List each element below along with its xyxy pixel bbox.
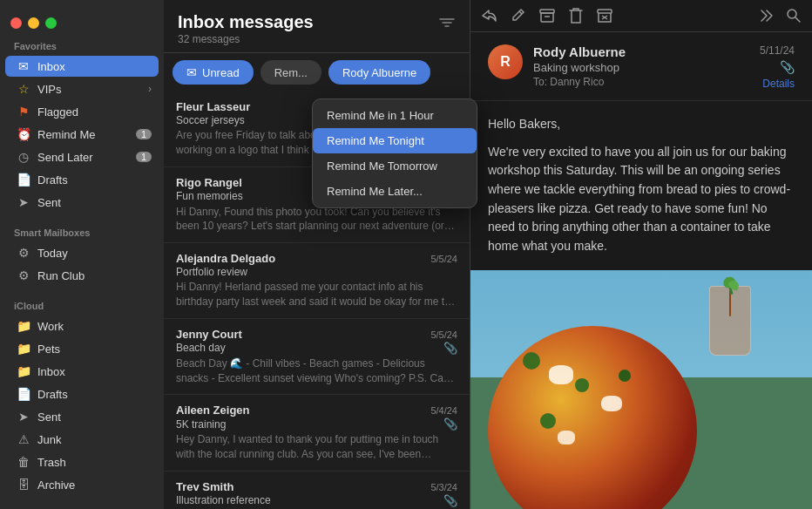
detail-actions: 5/11/24 📎 Details — [760, 44, 795, 90]
minimize-button[interactable] — [28, 17, 39, 29]
sidebar-item-inbox[interactable]: ✉ Inbox — [5, 56, 159, 77]
sidebar-item-icloud-sent[interactable]: ➤ Sent — [5, 406, 159, 427]
chip-rody[interactable]: Rody Albuerne — [328, 60, 430, 85]
sidebar-item-label: Inbox — [37, 365, 152, 378]
sidebar-item-send-later[interactable]: ◷ Send Later 1 — [5, 146, 159, 167]
inbox-icon: ✉ — [16, 58, 31, 74]
sidebar-item-label: Archive — [37, 478, 152, 492]
chip-rody-label: Rody Albuerne — [342, 66, 416, 79]
close-button[interactable] — [10, 17, 22, 29]
filter-chips: ✉ Unread Rem... Rody Albuerne Remind Me … — [164, 53, 470, 92]
msg-preview: Hi Danny! Herland passed me your contact… — [176, 280, 457, 309]
mozz3 — [558, 431, 575, 445]
more-button[interactable] — [756, 9, 774, 23]
chip-unread-label: Unread — [202, 66, 240, 79]
search-button[interactable] — [786, 8, 802, 24]
chip-remind[interactable]: Rem... — [261, 60, 321, 85]
attachment-icon: 📎 — [443, 342, 457, 355]
sidebar-item-label: Sent — [37, 196, 152, 209]
folder-icon: 📁 — [16, 318, 31, 334]
sender-name: Rigo Rangel — [176, 176, 242, 189]
table-row[interactable]: Aileen Zeigen 5/4/24 5K training 📎 Hey D… — [164, 395, 470, 472]
sidebar-item-icloud-drafts[interactable]: 📄 Drafts — [5, 383, 159, 404]
maximize-button[interactable] — [45, 17, 57, 29]
sidebar-item-icloud-inbox[interactable]: 📁 Inbox — [5, 361, 159, 382]
table-row[interactable]: Jenny Court 5/5/24 Beach day 📎 Beach Day… — [164, 319, 470, 396]
sidebar-item-label: Flagged — [37, 105, 152, 119]
sidebar-item-today[interactable]: ⚙ Today — [5, 242, 159, 263]
sidebar-item-label: Inbox — [37, 60, 152, 73]
sidebar-item-label: Work — [37, 320, 152, 333]
table-row[interactable]: Alejandra Delgado 5/5/24 Portfolio revie… — [164, 243, 470, 319]
msg-date: 5/5/24 — [430, 329, 457, 340]
reply-button[interactable] — [481, 8, 498, 24]
details-link[interactable]: Details — [762, 78, 795, 90]
sidebar-item-sent[interactable]: ➤ Sent — [5, 192, 159, 213]
chip-unread[interactable]: ✉ Unread — [173, 60, 254, 85]
chip-remind-label: Rem... — [274, 66, 308, 79]
sidebar-item-run-club[interactable]: ⚙ Run Club — [5, 265, 159, 286]
send-later-badge: 1 — [136, 152, 152, 162]
sidebar-item-label: Run Club — [37, 269, 152, 282]
clock-icon: ⏰ — [16, 126, 31, 142]
today-icon: ⚙ — [16, 245, 31, 261]
sidebar-item-label: Today — [37, 247, 152, 260]
msg-subject: Beach day 📎 — [176, 342, 457, 355]
message-list-header: Inbox messages 32 messages — [164, 0, 470, 53]
sidebar-item-drafts[interactable]: 📄 Drafts — [5, 169, 159, 190]
detail-toolbar — [470, 0, 812, 32]
detail-sender: Rody Albuerne — [533, 44, 749, 59]
msg-preview: Hey Danny, I wanted to thank you for put… — [176, 432, 457, 462]
sidebar-item-work[interactable]: 📁 Work — [5, 316, 159, 336]
message-list: Inbox messages 32 messages ✉ Unread Rem.… — [164, 0, 470, 509]
junk-button[interactable] — [596, 8, 613, 24]
sidebar-item-remind-me[interactable]: ⏰ Remind Me 1 — [5, 124, 159, 145]
sidebar-item-archive[interactable]: 🗄 Archive — [5, 474, 159, 495]
remind-later[interactable]: Remind Me Later... — [313, 179, 477, 204]
sidebar-item-label: Pets — [37, 343, 152, 356]
table-row[interactable]: Trev Smith 5/3/24 Illustration reference… — [164, 472, 470, 509]
smart-mailboxes-label: Smart Mailboxes — [0, 221, 164, 241]
msg-date: 5/5/24 — [430, 254, 457, 264]
sent-icon: ➤ — [16, 194, 31, 210]
filter-icon[interactable] — [438, 16, 456, 34]
sent2-icon: ➤ — [16, 409, 31, 424]
sidebar-item-label: Drafts — [37, 388, 152, 401]
sidebar-item-label: Remind Me — [37, 128, 136, 141]
trash-button[interactable] — [568, 7, 584, 24]
detail-subject: Baking workshop — [533, 61, 749, 74]
msg-date: 5/3/24 — [430, 482, 457, 492]
body-text: We're very excited to have you all join … — [488, 143, 795, 256]
msg-preview: Beach Day 🌊 - Chill vibes - Beach games … — [176, 356, 457, 386]
remind-1hour[interactable]: Remind Me in 1 Hour — [313, 103, 477, 128]
flag-icon: ⚑ — [16, 104, 31, 119]
mozz1 — [549, 365, 573, 384]
remind-tonight[interactable]: Remind Me Tonight — [313, 128, 477, 153]
sidebar-item-vips[interactable]: ☆ VIPs › — [5, 78, 159, 99]
sidebar-item-junk[interactable]: ⚠ Junk — [5, 429, 159, 450]
avatar: R — [488, 44, 523, 79]
folder-icon: 📁 — [16, 363, 31, 379]
detail-date: 5/11/24 — [760, 44, 795, 57]
sidebar-item-flagged[interactable]: ⚑ Flagged — [5, 101, 159, 122]
inbox-title: Inbox messages — [178, 12, 314, 32]
drafts-icon: 📄 — [16, 172, 31, 187]
remind-badge: 1 — [136, 129, 152, 139]
sidebar-item-label: Trash — [37, 456, 152, 469]
msg-subject: Portfolio review — [176, 266, 457, 278]
compose-button[interactable] — [511, 8, 526, 24]
sidebar-item-pets[interactable]: 📁 Pets — [5, 338, 159, 359]
attachment-icon-detail: 📎 — [780, 60, 795, 74]
sidebar: Favorites ✉ Inbox ☆ VIPs › ⚑ Flagged ⏰ R… — [0, 0, 164, 509]
archive-button[interactable] — [538, 8, 556, 24]
sidebar-item-label: Send Later — [37, 151, 136, 164]
attachment-icon: 📎 — [443, 494, 457, 507]
sidebar-item-trash[interactable]: 🗑 Trash — [5, 451, 159, 472]
archive-icon: 🗄 — [16, 477, 31, 492]
basil2 — [575, 378, 589, 392]
remind-tomorrow[interactable]: Remind Me Tomorrow — [313, 153, 477, 179]
vip-expand: › — [148, 83, 152, 95]
svg-line-3 — [519, 11, 522, 14]
sidebar-item-label: Drafts — [37, 173, 152, 187]
envelope-icon: ✉ — [186, 65, 197, 79]
